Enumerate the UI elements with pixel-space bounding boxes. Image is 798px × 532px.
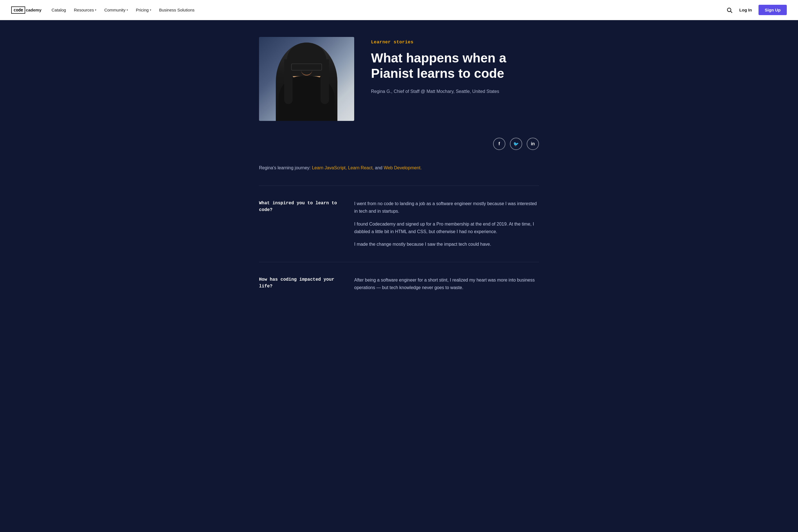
answer-1-p1: I went from no code to landing a job as … (354, 200, 539, 215)
divider-2 (259, 262, 539, 262)
answer-1: I went from no code to landing a job as … (354, 200, 539, 248)
article-title: What happens when a Pianist learns to co… (371, 50, 539, 81)
category-label: Learner stories (371, 40, 539, 45)
hero-text: Learner stories What happens when a Pian… (371, 37, 539, 95)
journey-prefix: Regina's learning journey: (259, 165, 311, 170)
search-icon (726, 7, 732, 13)
logo-link[interactable]: code cademy (11, 6, 41, 14)
nav-community[interactable]: Community ▾ (104, 7, 128, 12)
twitter-share-button[interactable]: 🐦 (510, 138, 522, 150)
main-content: Learner stories What happens when a Pian… (203, 20, 595, 328)
facebook-share-button[interactable]: f (493, 138, 505, 150)
qa-section-1: What inspired you to learn to code? I we… (259, 200, 539, 248)
question-2: How has coding impacted your life? (259, 276, 337, 290)
journey-and: and (375, 165, 384, 170)
nav-pricing[interactable]: Pricing ▾ (136, 7, 151, 12)
social-icons: f 🐦 in (259, 138, 539, 150)
hero-image (259, 37, 354, 121)
journey-text: Regina's learning journey: Learn JavaScr… (259, 164, 539, 172)
journey-link-webdev[interactable]: Web Development. (384, 165, 422, 170)
answer-1-p3: I made the change mostly because I saw t… (354, 241, 539, 248)
linkedin-share-button[interactable]: in (527, 138, 539, 150)
community-chevron-icon: ▾ (127, 8, 128, 12)
svg-line-1 (730, 11, 732, 13)
journey-link-react[interactable]: Learn React, (348, 165, 374, 170)
journey-link-javascript[interactable]: Learn JavaScript, (312, 165, 347, 170)
nav-catalog[interactable]: Catalog (52, 7, 66, 12)
linkedin-icon: in (531, 141, 535, 146)
login-button[interactable]: Log In (739, 7, 752, 12)
answer-1-p2: I found Codecademy and signed up for a P… (354, 220, 539, 235)
facebook-icon: f (498, 141, 500, 146)
hero-image-container (259, 37, 354, 121)
logo-code: code (11, 6, 25, 14)
journey-section: Regina's learning journey: Learn JavaScr… (259, 164, 539, 172)
answer-2: After being a software engineer for a sh… (354, 276, 539, 291)
resources-chevron-icon: ▾ (95, 8, 96, 12)
article-subtitle: Regina G., Chief of Staff @ Matt Mochary… (371, 88, 511, 95)
nav-links: Catalog Resources ▾ Community ▾ Pricing … (52, 7, 726, 12)
search-button[interactable] (726, 7, 732, 13)
qa-section-2: How has coding impacted your life? After… (259, 276, 539, 291)
question-1: What inspired you to learn to code? (259, 200, 337, 213)
logo-academy: cademy (26, 7, 41, 12)
nav-right: Log In Sign Up (726, 5, 787, 15)
navbar: code cademy Catalog Resources ▾ Communit… (0, 0, 798, 20)
twitter-icon: 🐦 (513, 141, 519, 147)
answer-2-p1: After being a software engineer for a sh… (354, 276, 539, 291)
divider-1 (259, 186, 539, 186)
signup-button[interactable]: Sign Up (759, 5, 787, 15)
nav-business[interactable]: Business Solutions (159, 7, 194, 12)
pricing-chevron-icon: ▾ (150, 8, 151, 12)
hero-section: Learner stories What happens when a Pian… (259, 37, 539, 121)
person-glasses (291, 63, 322, 71)
nav-resources[interactable]: Resources ▾ (74, 7, 97, 12)
